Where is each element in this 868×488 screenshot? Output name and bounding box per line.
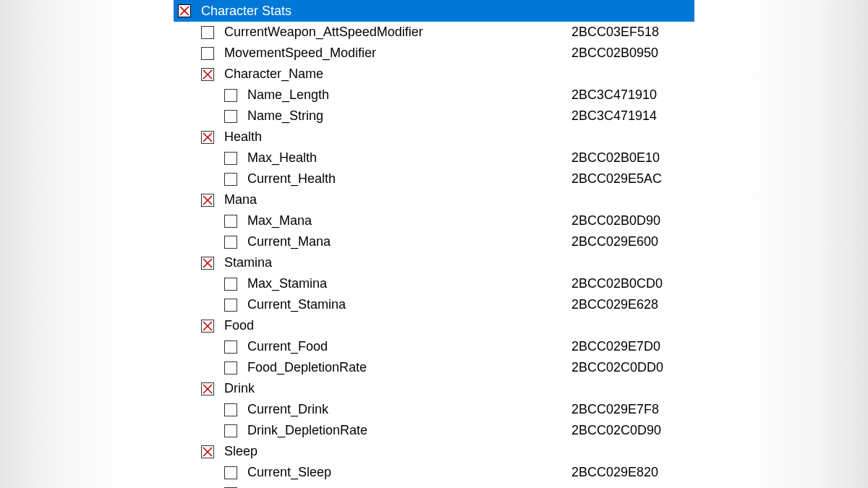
checkbox-icon[interactable] [224,341,237,354]
checkbox-icon[interactable] [201,320,214,333]
tree-row[interactable]: Food [174,315,694,336]
entry-label: Name_String [247,106,571,127]
address-value: 2BCC029E600 [571,231,694,252]
entry-label: Current_Mana [247,231,571,252]
address-value: 2BCC029E628 [571,294,694,315]
address-value: 2BCC03EF518 [571,22,694,43]
tree-row[interactable]: Food_DepletionRate 2BCC02C0DD0 [174,357,694,378]
group-title: Character Stats [201,0,571,22]
checkbox-icon[interactable] [224,299,237,312]
checkbox-icon[interactable] [201,47,214,60]
tree-row[interactable]: Current_Drink 2BCC029E7F8 [174,399,694,420]
entry-label: CurrentWeapon_AttSpeedModifier [224,22,571,43]
entry-label: Max_Health [247,147,571,168]
checkbox-icon[interactable] [224,466,237,479]
checkbox-icon[interactable] [201,194,214,207]
entry-label: Character_Name [224,64,571,85]
tree-row[interactable]: Current_Food 2BCC029E7D0 [174,336,694,357]
checkbox-icon[interactable] [201,26,214,39]
checkbox-icon[interactable] [224,361,237,374]
entry-label: Current_Health [247,168,571,189]
tree-row[interactable]: Name_Length 2BC3C471910 [174,85,694,106]
tree-row[interactable]: Max_Health 2BCC02B0E10 [174,147,694,168]
tree-group-header[interactable]: Character Stats [174,0,694,22]
entry-label: Sleep [224,441,571,462]
entry-label: Name_Length [247,85,571,106]
tree-row[interactable]: Health [174,127,694,147]
checkbox-icon[interactable] [224,173,237,186]
tree-row[interactable]: Max_Stamina 2BCC02B0CD0 [174,273,694,294]
address-value: 2BCC029E5AC [571,168,694,189]
checkbox-icon[interactable] [224,89,237,102]
entry-label: Max_Mana [247,210,571,231]
entry-label: Food_DepletionRate [247,357,571,378]
address-value: 2BC3C471914 [571,106,694,127]
entry-label: Drink [224,378,571,399]
address-value: 2BCC02C0D90 [571,420,694,441]
tree-row[interactable]: Drink [174,378,694,399]
tree-row[interactable]: Stamina [174,252,694,273]
checkbox-icon[interactable] [224,403,237,416]
checkbox-icon[interactable] [224,152,237,165]
tree-row[interactable]: Character_Name [174,64,694,85]
checkbox-icon[interactable] [201,131,214,144]
checkbox-icon[interactable] [224,236,237,249]
tree-row[interactable]: Sleep [174,441,694,462]
entry-label: Sleep_DepletionRate [247,483,571,488]
tree-row[interactable]: Drink_DepletionRate 2BCC02C0D90 [174,420,694,441]
entry-label: MovementSpeed_Modifier [224,43,571,64]
entry-label: Max_Stamina [247,273,571,294]
checkbox-icon[interactable] [178,4,191,17]
entry-label: Current_Food [247,336,571,357]
address-value: 2BCC029E7F8 [571,399,694,420]
tree-row[interactable]: Current_Stamina 2BCC029E628 [174,294,694,315]
checkbox-icon[interactable] [224,424,237,437]
address-value: 2BCC02B0CD0 [571,273,694,294]
entry-label: Drink_DepletionRate [247,420,571,441]
tree-row[interactable]: Max_Mana 2BCC02B0D90 [174,210,694,231]
tree-row[interactable]: Current_Health 2BCC029E5AC [174,168,694,189]
entry-label: Health [224,127,571,147]
address-tree-panel: Character Stats CurrentWeapon_AttSpeedMo… [174,0,694,488]
checkbox-icon[interactable] [201,445,214,458]
tree-row[interactable]: Name_String 2BC3C471914 [174,106,694,127]
entry-label: Current_Sleep [247,462,571,483]
checkbox-icon[interactable] [201,382,214,395]
address-value: 2BC3C471910 [571,85,694,106]
tree-row[interactable]: Sleep_DepletionRate 2BCC02C0D50 [174,483,694,488]
checkbox-icon[interactable] [224,278,237,291]
checkbox-icon[interactable] [201,68,214,81]
address-value: 2BCC029E7D0 [571,336,694,357]
address-value: 2BCC02B0E10 [571,147,694,168]
tree-row[interactable]: Current_Sleep 2BCC029E820 [174,462,694,483]
address-value: 2BCC02B0D90 [571,210,694,231]
address-value: 2BCC02C0DD0 [571,357,694,378]
checkbox-icon[interactable] [201,257,214,270]
tree-row[interactable]: MovementSpeed_Modifier 2BCC02B0950 [174,43,694,64]
checkbox-icon[interactable] [224,215,237,228]
entry-label: Current_Stamina [247,294,571,315]
address-value: 2BCC029E820 [571,462,694,483]
tree-row[interactable]: Current_Mana 2BCC029E600 [174,231,694,252]
entry-label: Food [224,315,571,336]
checkbox-icon[interactable] [224,110,237,123]
tree-row[interactable]: Mana [174,189,694,210]
address-value: 2BCC02B0950 [571,43,694,64]
address-value: 2BCC02C0D50 [571,483,694,488]
tree-row[interactable]: CurrentWeapon_AttSpeedModifier 2BCC03EF5… [174,22,694,43]
entry-label: Mana [224,189,571,210]
entry-label: Stamina [224,252,571,273]
entry-label: Current_Drink [247,399,571,420]
